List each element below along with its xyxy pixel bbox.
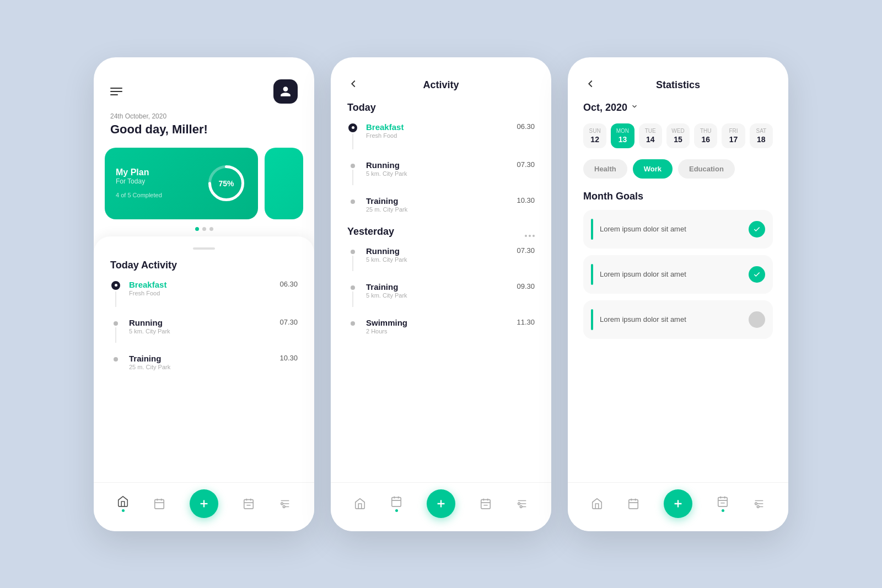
list-item: Training 5 km. City Park 09.30 [347,282,535,307]
nav-home-3[interactable] [591,498,603,510]
goal-check-1[interactable] [749,221,765,238]
plan-card-area: My Plan For Today 4 of 5 Completed 75% [94,148,314,219]
svg-point-17 [283,505,285,508]
plan-completed: 4 of 5 Completed [116,192,162,198]
cal-day-sun[interactable]: SUN 12 [583,123,606,148]
goal-text-2: Lorem ipsum dolor sit amet [600,270,742,278]
list-item: Breakfast Fresh Food 06.30 [110,280,298,307]
tab-health[interactable]: Health [583,159,627,179]
cal-day-name-sat: SAT [752,128,771,134]
user-icon [279,85,292,98]
nav-tasks-3[interactable] [717,495,729,512]
svg-rect-34 [629,499,638,509]
act-name-y3: Swimming [366,318,517,327]
today-section: Today Breakfast Fresh Food 06.30 [347,102,535,213]
three-dots-menu[interactable] [525,235,535,237]
tab-work[interactable]: Work [633,159,673,179]
goal-bar-1 [591,219,593,240]
act-time-y3: 11.30 [517,318,535,326]
goals-title: Month Goals [583,191,773,202]
nav-calendar-2[interactable] [390,495,402,512]
drag-handle[interactable] [193,247,215,250]
cal-day-thu[interactable]: THU 16 [694,123,717,148]
goal-bar-3 [591,309,593,330]
goal-bar-2 [591,264,593,285]
goal-check-3[interactable] [749,311,765,328]
dot-1[interactable] [195,227,199,231]
act-name-y2: Training [366,282,517,292]
act-icon-t3 [347,197,358,204]
nav-tasks-2[interactable] [480,498,492,510]
cal-day-tue[interactable]: TUE 14 [639,123,662,148]
nav-settings-2[interactable] [516,498,528,510]
cal-day-num-thu: 16 [696,135,715,144]
goal-text-1: Lorem ipsum dolor sit amet [600,225,742,233]
cal-day-mon[interactable]: MON 13 [611,123,634,148]
nav-calendar[interactable] [153,498,165,510]
act-sub-t3: 25 m. City Park [366,206,517,213]
act-name-1: Breakfast [129,280,279,289]
act-name-2: Running [129,318,279,327]
dot-2[interactable] [202,227,206,231]
cal-day-fri[interactable]: FRI 17 [722,123,745,148]
dot-3[interactable] [209,227,213,231]
cal-day-name-fri: FRI [724,128,743,134]
back-button-3[interactable] [584,78,596,92]
nav-home-2[interactable] [354,498,366,510]
cal-day-name-mon: MON [613,128,632,134]
plus-icon-2 [435,498,447,510]
tab-education[interactable]: Education [678,159,735,179]
plan-card[interactable]: My Plan For Today 4 of 5 Completed 75% [105,148,258,219]
plan-card-text: My Plan For Today 4 of 5 Completed [116,168,162,199]
nav-calendar-3[interactable] [627,498,639,510]
nav-home[interactable] [117,495,129,512]
chevron-down-icon[interactable] [631,103,638,112]
bottom-nav-3 [568,482,788,531]
act-sub-1: Fresh Food [129,290,279,296]
act-content-t3: Training 25 m. City Park [366,196,517,213]
goal-check-2[interactable] [749,266,765,283]
plan-subtitle: For Today [116,177,162,185]
act-sub-y3: 2 Hours [366,328,517,335]
bottom-nav-1 [94,482,314,531]
nav-calendar-dot-2 [395,509,398,512]
back-button-2[interactable] [347,78,359,92]
bottom-nav-2 [331,482,551,531]
cal-day-num-mon: 13 [613,135,632,144]
svg-rect-24 [481,499,491,509]
month-row: Oct, 2020 [583,102,773,114]
list-item: Running 5 km. City Park 07.30 [110,318,298,343]
avatar-button[interactable] [273,79,298,104]
act-circle-t3 [351,199,355,204]
nav-add-button[interactable] [190,489,218,518]
activity-content: Today Breakfast Fresh Food 06.30 [331,102,551,482]
act-content-y2: Training 5 km. City Park [366,282,517,299]
phone3-header: Statistics [568,57,788,102]
cal-day-wed[interactable]: WED 15 [666,123,690,148]
activity-panel: Today Activity Breakfast Fresh Food 06.3… [94,236,314,482]
nav-add-button-3[interactable] [664,489,692,518]
today-activity-title: Today Activity [110,260,298,271]
act-name-y1: Running [366,246,517,256]
progress-circle: 75% [206,163,247,204]
month-text: Oct, 2020 [583,102,627,114]
cal-day-sat[interactable]: SAT 18 [750,123,773,148]
act-icon-t1 [347,123,358,149]
nav-tasks[interactable] [243,498,255,510]
nav-settings-3[interactable] [753,498,765,510]
statistics-screen-title: Statistics [656,79,700,91]
goal-item-3: Lorem ipsum dolor sit amet [583,300,773,339]
svg-point-33 [520,505,522,508]
plan-title: My Plan [116,168,162,177]
cal-day-num-wed: 15 [669,135,687,144]
yesterday-section: Yesterday Running 5 km. City Park 07.30 [347,226,535,335]
hamburger-menu[interactable] [110,88,122,95]
act-line-t1 [352,134,353,149]
svg-rect-2 [155,499,164,509]
act-sub-3: 25 m. City Park [129,364,279,370]
nav-settings[interactable] [279,498,291,510]
nav-add-button-2[interactable] [427,489,455,518]
phone-2: Activity Today Breakfast Fresh Food 06.3… [331,57,551,531]
cal-day-name-wed: WED [669,128,687,134]
svg-point-16 [281,503,283,505]
